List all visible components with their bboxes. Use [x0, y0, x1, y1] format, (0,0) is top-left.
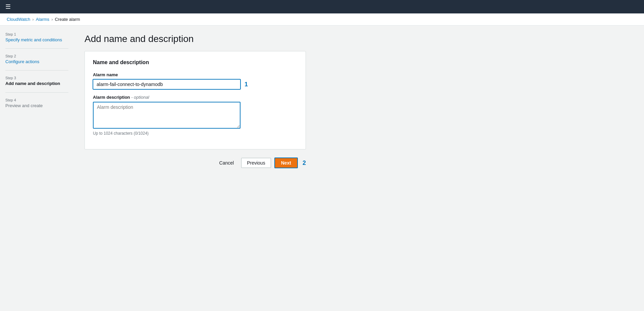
alarm-description-textarea[interactable]	[93, 102, 240, 129]
breadcrumb-cloudwatch[interactable]: CloudWatch	[7, 17, 30, 22]
sidebar: Step 1 Specify metric and conditions Ste…	[0, 26, 74, 309]
breadcrumb-current: Create alarm	[55, 17, 80, 22]
breadcrumb: CloudWatch › Alarms › Create alarm	[0, 13, 644, 26]
name-description-card: Name and description Alarm name 1 Alarm …	[85, 51, 306, 149]
sidebar-step-2-link[interactable]: Configure actions	[5, 59, 39, 64]
hamburger-icon[interactable]: ☰	[5, 3, 11, 10]
alarm-description-hint: Up to 1024 characters (0/1024)	[93, 131, 298, 136]
previous-button[interactable]: Previous	[241, 158, 271, 168]
sidebar-step-4-title: Preview and create	[5, 103, 43, 108]
breadcrumb-alarms[interactable]: Alarms	[36, 17, 49, 22]
step-3-number: Step 3	[5, 76, 68, 80]
top-bar: ☰	[0, 0, 644, 13]
sidebar-step-4: Step 4 Preview and create	[5, 98, 68, 114]
main-content: Add name and description Name and descri…	[74, 26, 644, 309]
alarm-description-label: Alarm description - optional	[93, 95, 298, 100]
sidebar-step-3-title: Add name and description	[5, 81, 60, 86]
annotation-2: 2	[303, 160, 306, 167]
step-4-number: Step 4	[5, 98, 68, 102]
breadcrumb-sep-1: ›	[32, 17, 34, 22]
sidebar-step-2: Step 2 Configure actions	[5, 54, 68, 71]
alarm-name-label: Alarm name	[93, 72, 298, 77]
page-title: Add name and description	[85, 34, 633, 44]
alarm-description-group: Alarm description - optional Up to 1024 …	[93, 95, 298, 136]
alarm-name-input[interactable]	[93, 79, 240, 89]
breadcrumb-sep-2: ›	[51, 17, 53, 22]
annotation-1: 1	[245, 81, 248, 88]
alarm-description-optional: - optional	[131, 95, 149, 100]
sidebar-step-3: Step 3 Add name and description	[5, 76, 68, 92]
action-bar: Cancel Previous Next 2	[85, 158, 306, 168]
sidebar-step-1-link[interactable]: Specify metric and conditions	[5, 37, 62, 42]
step-2-number: Step 2	[5, 54, 68, 58]
alarm-name-group: Alarm name 1	[93, 72, 298, 89]
main-layout: Step 1 Specify metric and conditions Ste…	[0, 26, 644, 309]
step-1-number: Step 1	[5, 32, 68, 36]
sidebar-step-1: Step 1 Specify metric and conditions	[5, 32, 68, 49]
next-button[interactable]: Next	[274, 158, 298, 168]
cancel-button[interactable]: Cancel	[215, 158, 238, 168]
card-title: Name and description	[93, 59, 298, 65]
